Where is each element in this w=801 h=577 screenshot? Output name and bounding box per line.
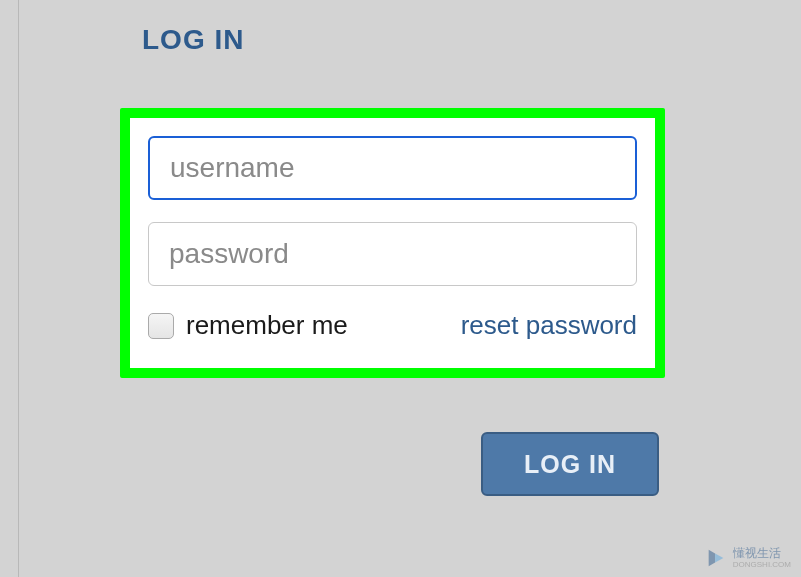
watermark-text: 懂视生活 [733, 547, 791, 560]
login-form-panel: remember me reset password [130, 118, 655, 368]
watermark-text-group: 懂视生活 DONGSHI.COM [733, 547, 791, 569]
form-options-row: remember me reset password [148, 310, 637, 341]
remember-me-group: remember me [148, 310, 348, 341]
reset-password-link[interactable]: reset password [461, 310, 637, 341]
remember-me-label: remember me [186, 310, 348, 341]
page-title: LOG IN [142, 24, 244, 56]
password-input[interactable] [148, 222, 637, 286]
watermark-subtext: DONGSHI.COM [733, 560, 791, 569]
remember-me-checkbox[interactable] [148, 313, 174, 339]
play-icon [705, 547, 727, 569]
watermark: 懂视生活 DONGSHI.COM [705, 547, 791, 569]
vertical-divider [18, 0, 19, 577]
login-button[interactable]: LOG IN [481, 432, 659, 496]
username-input[interactable] [148, 136, 637, 200]
